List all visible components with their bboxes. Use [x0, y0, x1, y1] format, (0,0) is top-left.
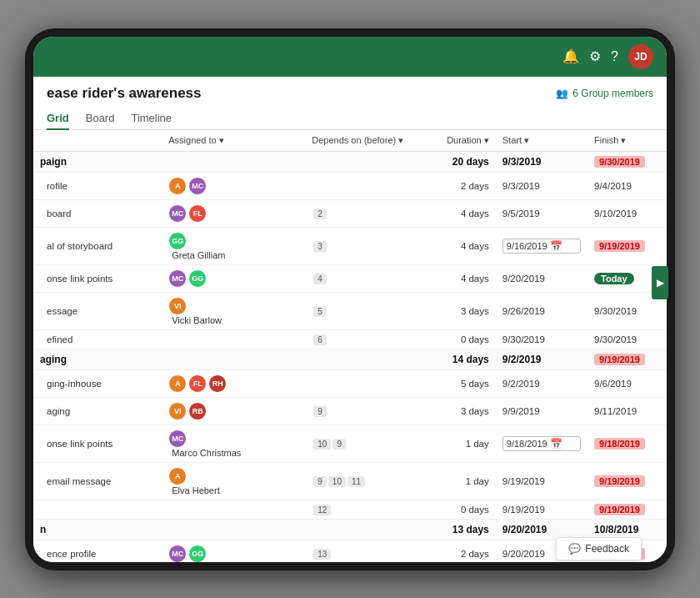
task-start[interactable]: 9/16/2019 📅: [496, 227, 588, 264]
task-duration: 0 days: [430, 500, 496, 519]
task-finish: 9/19/2019: [588, 227, 667, 264]
group-depends: [305, 349, 429, 369]
table-row: rofile AMC 2 days 9/3/2019 9/4/2019: [33, 172, 667, 199]
task-start[interactable]: 9/18/2019 📅: [496, 425, 588, 462]
table-row: efined 6 0 days 9/30/2019 9/30/2019: [33, 329, 667, 349]
start-date-input[interactable]: 9/16/2019 📅: [502, 239, 581, 254]
task-duration: 3 days: [430, 292, 496, 329]
group-depends: [305, 519, 429, 540]
task-name: efined: [33, 329, 162, 349]
feedback-button[interactable]: 💬 Feedback: [556, 537, 642, 560]
table-row: onse link points MCMarco Christmas 109 1…: [33, 425, 667, 462]
col-header-duration[interactable]: Duration ▾: [430, 130, 496, 152]
tab-timeline[interactable]: Timeline: [131, 108, 172, 129]
tab-board[interactable]: Board: [86, 108, 115, 129]
task-name: board: [33, 199, 162, 227]
task-name: al of storyboard: [33, 227, 162, 264]
task-start: 9/30/2019: [496, 329, 588, 349]
task-assigned: [162, 329, 305, 349]
task-name: onse link points: [33, 264, 162, 292]
col-header-start[interactable]: Start ▾: [496, 130, 588, 152]
task-finish: 9/19/2019: [588, 462, 667, 500]
table-row: email message AElva Hebert 91011 1 day 9…: [33, 462, 667, 500]
task-finish: 9/11/2019: [588, 397, 667, 425]
task-assigned: VIVicki Barlow: [162, 292, 305, 329]
group-finish: 9/19/2019: [588, 349, 667, 369]
group-start: 9/2/2019: [496, 349, 588, 369]
screen: 🔔 ⚙ ? JD ease rider's awareness 👥 6 Grou…: [33, 37, 667, 562]
help-icon[interactable]: ?: [611, 49, 618, 64]
device-frame: 🔔 ⚙ ? JD ease rider's awareness 👥 6 Grou…: [25, 28, 675, 570]
task-start: 9/2/2019: [496, 369, 588, 397]
table-row: aging VIRB 9 3 days 9/9/2019 9/11/2019: [33, 397, 667, 425]
group-assigned: [162, 349, 305, 369]
table-container[interactable]: Assigned to ▾ Depends on (before) ▾ Dura…: [33, 130, 667, 562]
task-depends: 13: [305, 540, 429, 562]
group-assigned: [162, 151, 305, 172]
feedback-icon: 💬: [568, 543, 581, 555]
task-finish: 9/10/2019: [588, 199, 667, 227]
gear-icon[interactable]: ⚙: [589, 48, 601, 64]
task-depends: [305, 172, 429, 199]
group-finish: 9/30/2019: [588, 151, 667, 172]
group-duration: 14 days: [430, 349, 496, 369]
right-nav-arrow[interactable]: ▶: [652, 266, 667, 299]
calendar-icon: 📅: [550, 240, 562, 252]
tasks-table: Assigned to ▾ Depends on (before) ▾ Dura…: [33, 130, 667, 562]
group-duration: 13 days: [430, 519, 496, 540]
task-duration: 2 days: [430, 172, 496, 199]
col-header-assigned[interactable]: Assigned to ▾: [162, 130, 305, 152]
task-duration: 1 day: [430, 425, 496, 462]
task-assigned: AElva Hebert: [162, 462, 305, 500]
task-start: 9/19/2019: [496, 462, 588, 500]
task-start: 9/20/2019: [496, 264, 588, 292]
group-depends: [305, 151, 429, 172]
bell-icon[interactable]: 🔔: [562, 48, 579, 64]
task-assigned: MCGG: [162, 264, 305, 292]
table-row: board MCFL 2 4 days 9/5/2019 9/10/2019: [33, 199, 667, 227]
col-header-task: [33, 130, 162, 152]
task-name: ence profile: [33, 540, 162, 562]
table-row: 12 0 days 9/19/2019 9/19/2019: [33, 500, 667, 519]
task-name: aging: [33, 397, 162, 425]
task-start: 9/3/2019: [496, 172, 588, 199]
task-depends: 9: [305, 397, 429, 425]
calendar-icon: 📅: [550, 438, 562, 450]
group-name: n: [33, 519, 162, 540]
group-members-button[interactable]: 👥 6 Group members: [556, 88, 653, 99]
task-duration: 1 day: [430, 462, 496, 500]
task-finish: 9/6/2019: [588, 369, 667, 397]
topbar: 🔔 ⚙ ? JD: [33, 37, 667, 77]
col-header-depends[interactable]: Depends on (before) ▾: [305, 130, 429, 152]
task-finish: 9/18/2019: [588, 425, 667, 462]
table-row: al of storyboard GGGreta Gilliam 3 4 day…: [33, 227, 667, 264]
task-depends: 2: [305, 199, 429, 227]
user-avatar[interactable]: JD: [628, 44, 653, 69]
task-depends: 5: [305, 292, 429, 329]
task-assigned: [162, 500, 305, 519]
table-row: essage VIVicki Barlow 5 3 days 9/26/2019…: [33, 292, 667, 329]
task-name: [33, 500, 162, 519]
task-finish: 9/30/2019: [588, 329, 667, 349]
group-start: 9/3/2019: [496, 151, 588, 172]
col-header-finish[interactable]: Finish ▾: [588, 130, 667, 152]
task-start: 9/9/2019: [496, 397, 588, 425]
task-assigned: MCMarco Christmas: [162, 425, 305, 462]
feedback-label: Feedback: [585, 543, 629, 555]
main-content: ease rider's awareness 👥 6 Group members…: [33, 77, 667, 562]
tabs-bar: Grid Board Timeline: [33, 105, 667, 130]
table-header-row: Assigned to ▾ Depends on (before) ▾ Dura…: [33, 130, 667, 152]
task-name: onse link points: [33, 425, 162, 462]
task-duration: 0 days: [430, 329, 496, 349]
group-name: aging: [33, 349, 162, 369]
table-row: ging-inhouse AFLRH 5 days 9/2/2019 9/6/2…: [33, 369, 667, 397]
task-assigned: MCFL: [162, 199, 305, 227]
group-row: aging 14 days 9/2/2019 9/19/2019: [33, 349, 667, 369]
task-start: 9/26/2019: [496, 292, 588, 329]
tab-grid[interactable]: Grid: [47, 108, 69, 129]
task-duration: 4 days: [430, 264, 496, 292]
start-date-input[interactable]: 9/18/2019 📅: [502, 436, 581, 451]
task-depends: 109: [305, 425, 429, 462]
task-name: rofile: [33, 172, 162, 199]
task-assigned: AMC: [162, 172, 305, 199]
